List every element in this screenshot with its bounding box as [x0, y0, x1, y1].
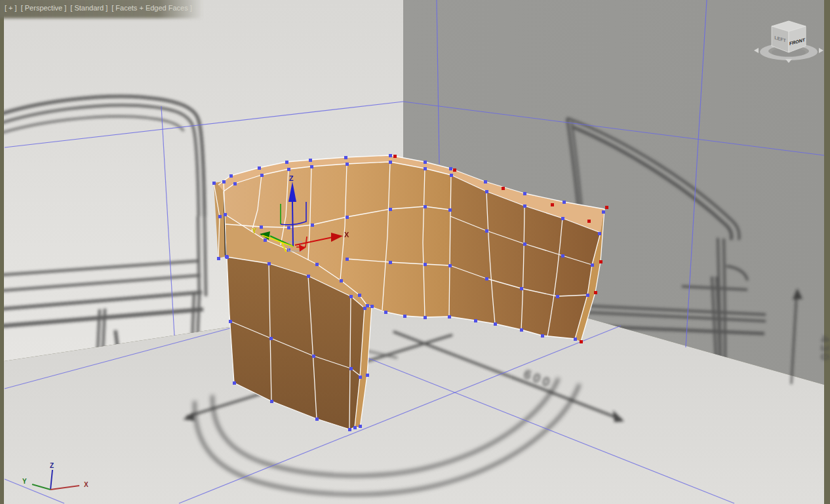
gizmo-z-label: Z: [289, 174, 294, 182]
wall-dimension-label: 430: [818, 336, 830, 362]
viewport-window: 430 600: [0, 0, 830, 504]
perspective-viewport[interactable]: 430 600: [0, 0, 830, 504]
tripod-z-label: Z: [50, 462, 54, 469]
viewport-menu-renderer[interactable]: [ Standard ]: [70, 4, 108, 12]
tripod-x-label: X: [84, 481, 89, 488]
viewport-menu-pov[interactable]: [ Perspective ]: [21, 4, 67, 12]
gizmo-y-label: Y: [252, 227, 257, 235]
viewport-menu-shading[interactable]: [ Facets + Edged Faces ]: [111, 4, 192, 12]
viewport-menu-general[interactable]: [ + ]: [5, 4, 17, 12]
gizmo-x-label: X: [344, 231, 349, 239]
tripod-y-label: Y: [22, 478, 27, 485]
viewport-label: [ + ][ Perspective ][ Standard ][ Facets…: [5, 4, 192, 12]
